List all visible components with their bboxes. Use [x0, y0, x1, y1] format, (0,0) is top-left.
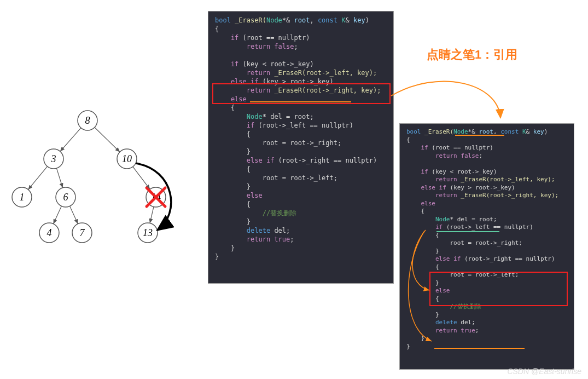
underline-node-ref [455, 135, 504, 136]
svg-line-4 [133, 166, 150, 189]
svg-line-6 [70, 206, 78, 223]
svg-text:3: 3 [51, 153, 56, 164]
svg-text:13: 13 [143, 227, 153, 238]
svg-text:4: 4 [47, 227, 52, 238]
svg-text:7: 7 [80, 227, 85, 238]
svg-text:6: 6 [63, 192, 68, 203]
watermark: CSDN @East-sunrise [507, 367, 581, 376]
code-snippet-right: bool _EraseR(Node*& root, const K& key) … [399, 123, 574, 370]
code-snippet-left: bool _EraseR(Node*& root, const K& key) … [208, 11, 394, 284]
svg-line-0 [60, 128, 81, 151]
underline-delete-del [434, 348, 525, 349]
svg-line-2 [28, 166, 47, 190]
svg-line-7 [150, 207, 154, 223]
svg-line-5 [54, 206, 62, 223]
svg-text:8: 8 [85, 115, 90, 126]
underline-1 [250, 101, 351, 102]
svg-text:10: 10 [122, 153, 132, 164]
svg-line-3 [56, 168, 62, 188]
svg-line-1 [95, 128, 120, 152]
annotation-reference: 点睛之笔1：引用 [427, 47, 517, 63]
svg-text:1: 1 [20, 192, 25, 203]
binary-tree-diagram: 831016144713 [5, 104, 181, 246]
underline-del-decl [436, 231, 499, 232]
